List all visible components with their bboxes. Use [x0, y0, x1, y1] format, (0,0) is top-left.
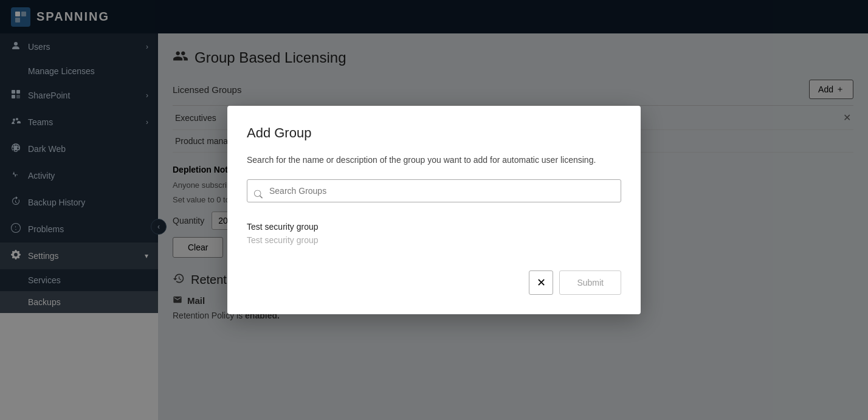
modal-description: Search for the name or description of th… — [247, 153, 621, 167]
modal-submit-button[interactable]: Submit — [559, 270, 621, 295]
modal-close-button[interactable]: ✕ — [529, 270, 553, 295]
modal-overlay: Add Group Search for the name or descrip… — [0, 0, 868, 420]
search-wrapper — [247, 179, 621, 211]
add-group-modal: Add Group Search for the name or descrip… — [227, 106, 641, 314]
modal-title: Add Group — [247, 125, 621, 141]
search-icon — [254, 190, 263, 200]
modal-footer: ✕ Submit — [247, 270, 621, 295]
search-result-primary: Test security group — [247, 219, 621, 234]
search-result-secondary: Test security group — [247, 234, 621, 246]
search-groups-input[interactable] — [247, 179, 621, 202]
